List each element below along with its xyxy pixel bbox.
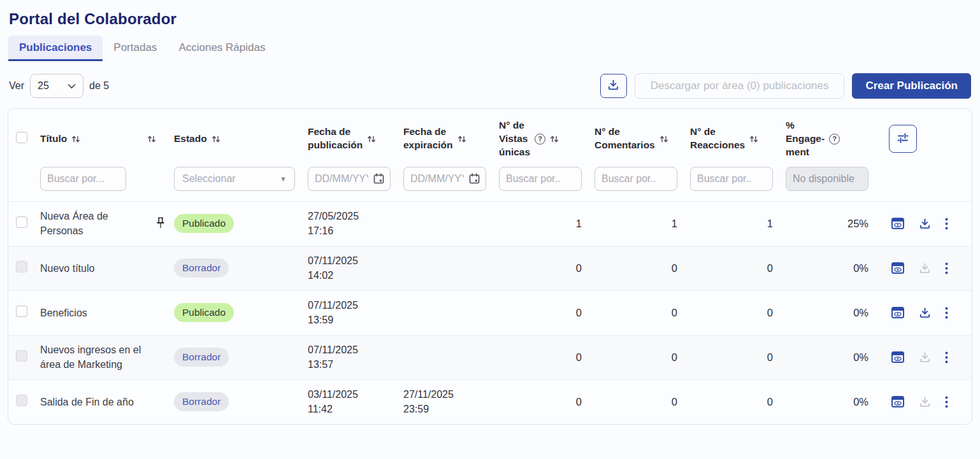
table-row: Nueva Área de Personas Publicado 27/05/2…: [8, 201, 972, 246]
engagement-value: 0%: [786, 307, 881, 319]
vistas-unicas-value: 0: [499, 396, 594, 408]
vistas-unicas-value: 0: [499, 351, 594, 364]
filter-engagement-disabled: No disponible: [786, 167, 868, 191]
page-size-value: 25: [38, 80, 49, 92]
kebab-menu-icon[interactable]: [945, 351, 948, 364]
filter-comentarios-input[interactable]: [594, 167, 677, 191]
row-checkbox: [16, 261, 27, 272]
engagement-value: 25%: [786, 218, 881, 230]
chevron-down-icon: [68, 80, 76, 92]
filter-titulo-input[interactable]: [40, 167, 126, 191]
tab-bar: Publicaciones Portadas Acciones Rápidas: [8, 36, 972, 61]
download-icon[interactable]: [919, 307, 931, 319]
sort-icon[interactable]: [147, 134, 156, 144]
table-filter-row: Seleccionar ▼: [8, 159, 972, 201]
download-icon: [919, 351, 931, 364]
publication-title: Salida de Fin de año: [40, 395, 147, 409]
engagement-value: 0%: [786, 396, 881, 408]
kebab-menu-icon[interactable]: [945, 396, 948, 408]
table-row: Nuevo título Borrador 07/11/2025 14:02 0…: [8, 246, 972, 290]
column-header-comentarios: N° de Comentarios: [594, 125, 690, 152]
sort-icon[interactable]: [550, 134, 559, 144]
column-header-engagement: % Engage- ment ?: [786, 119, 881, 159]
total-count-label: de 5: [89, 80, 109, 92]
publication-title: Nuevo título: [40, 261, 147, 276]
sort-icon[interactable]: [749, 134, 758, 144]
status-badge: Publicado: [174, 214, 234, 233]
preview-eye-icon[interactable]: [891, 395, 905, 409]
column-header-pin: [147, 134, 174, 144]
table-row: Beneficios Publicado 07/11/2025 13:59 0 …: [8, 290, 972, 335]
sort-icon[interactable]: [659, 134, 668, 144]
filter-estado-select[interactable]: Seleccionar ▼: [174, 167, 295, 191]
reacciones-value: 0: [690, 262, 786, 274]
sort-icon[interactable]: [367, 134, 376, 144]
fecha-publicacion: 27/05/2025 17:16: [308, 209, 403, 238]
tab-publicaciones[interactable]: Publicaciones: [8, 36, 103, 61]
comentarios-value: 1: [594, 218, 690, 230]
publication-title: Nueva Área de Personas: [40, 209, 147, 238]
calendar-icon[interactable]: [468, 173, 480, 187]
preview-eye-icon[interactable]: [891, 261, 905, 275]
fecha-publicacion: 07/11/2025 13:59: [308, 298, 403, 327]
fecha-publicacion: 07/11/2025 13:57: [308, 342, 403, 372]
column-header-estado: Estado: [174, 132, 308, 146]
filter-vistas-input[interactable]: [499, 167, 582, 191]
tab-portadas[interactable]: Portadas: [103, 36, 168, 61]
tab-acciones-rapidas[interactable]: Acciones Rápidas: [168, 36, 276, 61]
engagement-value: 0%: [786, 351, 881, 364]
download-icon[interactable]: [919, 218, 931, 230]
reacciones-value: 0: [690, 351, 786, 364]
kebab-menu-icon[interactable]: [945, 218, 948, 230]
comentarios-value: 0: [594, 262, 690, 274]
column-header-titulo: Título: [40, 132, 147, 146]
push-pin-icon[interactable]: [155, 216, 166, 232]
vistas-unicas-value: 0: [499, 262, 594, 274]
filter-reacciones-input[interactable]: [690, 167, 773, 191]
reacciones-value: 0: [690, 396, 786, 408]
sort-icon[interactable]: [458, 134, 466, 144]
preview-eye-icon[interactable]: [891, 306, 905, 320]
column-header-fecha-publicacion: Fecha de publicación: [308, 125, 403, 152]
preview-eye-icon[interactable]: [891, 216, 905, 230]
download-icon: [919, 396, 931, 408]
column-header-fecha-expiracion: Fecha de expiración: [403, 125, 499, 152]
row-checkbox: [16, 350, 27, 362]
list-controls: Ver 25 de 5 Descargar por área (0) publi…: [9, 73, 971, 99]
kebab-menu-icon[interactable]: [945, 307, 948, 319]
status-badge: Borrador: [174, 348, 229, 367]
engagement-value: 0%: [786, 262, 881, 274]
page-size-select[interactable]: 25: [30, 74, 83, 98]
vistas-unicas-value: 0: [499, 307, 594, 319]
vistas-unicas-value: 1: [499, 218, 594, 230]
download-all-button[interactable]: [600, 74, 627, 98]
kebab-menu-icon[interactable]: [945, 262, 948, 274]
preview-eye-icon[interactable]: [891, 350, 905, 364]
dropdown-arrow-icon: ▼: [280, 175, 287, 183]
calendar-icon[interactable]: [373, 173, 385, 187]
reacciones-value: 0: [690, 307, 786, 319]
page-title: Portal del Colaborador: [9, 10, 972, 28]
sort-icon[interactable]: [71, 134, 80, 144]
comentarios-value: 0: [594, 351, 690, 364]
download-icon: [919, 262, 931, 274]
row-checkbox[interactable]: [16, 306, 27, 317]
table-header-row: Título Estado Fecha de publicación: [8, 109, 972, 159]
publication-title: Nuevos ingresos en el área de Marketing: [40, 342, 147, 372]
status-badge: Borrador: [174, 392, 229, 411]
select-all-checkbox[interactable]: [16, 132, 27, 143]
ver-label: Ver: [9, 80, 24, 92]
sliders-icon: [896, 131, 910, 147]
question-circle-icon[interactable]: ?: [829, 134, 840, 145]
row-checkbox[interactable]: [16, 216, 27, 228]
fecha-expiracion: 27/11/2025 23:59: [403, 387, 499, 416]
table-row: Salida de Fin de año Borrador 03/11/2025…: [8, 379, 972, 424]
column-settings-button[interactable]: [889, 125, 917, 153]
comentarios-value: 0: [594, 396, 690, 408]
sort-icon[interactable]: [212, 134, 220, 144]
question-circle-icon[interactable]: ?: [535, 134, 545, 145]
table-row: Nuevos ingresos en el área de Marketing …: [8, 335, 972, 379]
create-publication-button[interactable]: Crear Publicación: [852, 73, 971, 99]
download-by-area-button[interactable]: Descargar por área (0) publicaciones: [635, 73, 845, 99]
column-header-vistas: N° de Vistas únicas ?: [499, 119, 594, 159]
